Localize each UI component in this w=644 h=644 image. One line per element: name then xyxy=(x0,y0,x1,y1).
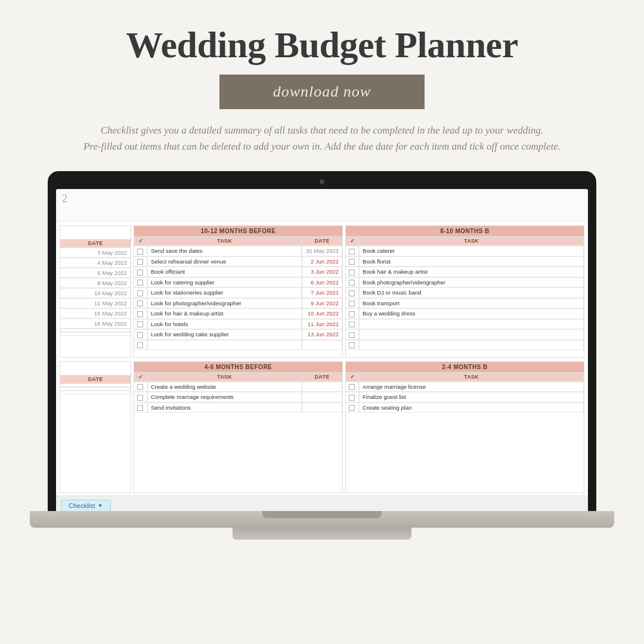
check-col-header-2: ✓ xyxy=(346,236,359,246)
check-col-header-4: ✓ xyxy=(346,372,359,382)
list-item: 4 May 2022 xyxy=(60,258,131,268)
list-item xyxy=(134,340,342,350)
list-item: Book DJ or music band xyxy=(346,287,584,298)
section-2-4-table: 2-4 MONTHS B ✓ TASK Arrange marriage lic… xyxy=(345,361,584,494)
list-item: 8 May 2022 xyxy=(60,278,131,288)
list-item: Book officiant3 Jun 2022 xyxy=(134,267,342,277)
list-item: Send invitations xyxy=(134,402,342,413)
tasks-4-6-rows: Create a wedding websiteComplete marriag… xyxy=(134,382,342,413)
laptop-screen-outer: 2 DATE 3 May 20224 May 20225 May 20228 M… xyxy=(48,171,596,511)
colheader-8-10: ✓ TASK xyxy=(346,236,584,246)
list-item: 11 May 2022 xyxy=(60,298,131,308)
top-section: DATE 3 May 20224 May 20225 May 20228 May… xyxy=(56,222,588,360)
laptop-base xyxy=(30,511,614,528)
task-col-header: TASK xyxy=(147,236,302,246)
task-col-header-3: TASK xyxy=(147,372,302,382)
list-item: Book florist xyxy=(346,256,584,267)
left-date-col-header-b: DATE xyxy=(60,375,131,383)
list-item: 15 May 2022 xyxy=(60,308,131,318)
colheader-10-12: ✓ TASK DATE xyxy=(134,236,342,246)
task-col-header-2: TASK xyxy=(359,236,584,246)
laptop-camera xyxy=(320,179,324,184)
bottom-section: DATE 4-6 MONTHS BEFORE xyxy=(56,360,588,512)
list-item: Look for stationeries supplier7 Jun 2022 xyxy=(134,287,342,298)
list-item: Buy a wedding dress xyxy=(346,308,584,318)
left-dates-bottom-rows xyxy=(60,383,131,394)
laptop-notch xyxy=(262,511,382,518)
section-10-12-header: 10-12 MONTHS BEFORE xyxy=(134,226,342,236)
tasks-10-12-rows: Send save the dates31 May 2022Select reh… xyxy=(134,246,342,350)
scribble-icon: 2 xyxy=(62,193,67,205)
left-colheader-top: DATE xyxy=(60,239,131,247)
list-item: Look for photographer/videographer9 Jun … xyxy=(134,298,342,308)
list-item xyxy=(346,319,584,329)
date-col-header: DATE xyxy=(302,236,342,246)
tab-dropdown-icon: ▼ xyxy=(98,503,103,509)
list-item: Book transport xyxy=(346,298,584,308)
tab-bar: Checklist ▼ xyxy=(56,496,588,511)
list-item: Select rehearsal dinner venue2 Jun 2022 xyxy=(134,256,342,267)
list-item: Book hair & makeup artist xyxy=(346,267,584,277)
check-col-header: ✓ xyxy=(134,236,147,246)
tab-label: Checklist xyxy=(69,502,95,509)
list-item: Look for hair & makeup artist10 Jun 2022 xyxy=(134,308,342,318)
laptop-screen-inner: 2 DATE 3 May 20224 May 20225 May 20228 M… xyxy=(56,189,588,511)
section-4-6-table: 4-6 MONTHS BEFORE ✓ TASK DATE Create a w… xyxy=(134,361,343,494)
list-item: Arrange marriage license xyxy=(346,382,584,392)
scribble-area: 2 xyxy=(56,189,588,222)
section-4-6-header: 4-6 MONTHS BEFORE xyxy=(134,362,342,372)
section-10-12-table: 10-12 MONTHS BEFORE ✓ TASK DATE Send sav… xyxy=(134,225,343,358)
tasks-8-10-rows: Book catererBook floristBook hair & make… xyxy=(346,246,584,350)
laptop-stand xyxy=(233,528,411,540)
left-colheader-bottom: DATE xyxy=(60,375,131,383)
date-col-header-3: DATE xyxy=(302,372,342,382)
list-item: Send save the dates31 May 2022 xyxy=(134,246,342,256)
check-col-header-3: ✓ xyxy=(134,372,147,382)
list-item: Create seating plan xyxy=(346,402,584,413)
list-item: Look for hotels11 Jun 2022 xyxy=(134,319,342,329)
spreadsheet: 2 DATE 3 May 20224 May 20225 May 20228 M… xyxy=(56,189,588,511)
list-item xyxy=(346,329,584,339)
checklist-tab[interactable]: Checklist ▼ xyxy=(61,500,111,511)
list-item: Book caterer xyxy=(346,246,584,256)
list-item xyxy=(60,332,131,336)
task-col-header-4: TASK xyxy=(359,372,584,382)
section-8-10-header: 8-10 MONTHS B xyxy=(346,226,584,236)
left-table-top: DATE 3 May 20224 May 20225 May 20228 May… xyxy=(60,225,131,358)
download-button[interactable]: download now xyxy=(219,75,425,109)
left-date-col-header: DATE xyxy=(60,239,131,247)
tasks-2-4-rows: Arrange marriage licenseFinalize guest l… xyxy=(346,382,584,413)
list-item xyxy=(346,340,584,350)
page-title: Wedding Budget Planner xyxy=(126,24,518,66)
left-table-bottom: DATE xyxy=(60,361,131,494)
colheader-4-6: ✓ TASK DATE xyxy=(134,372,342,382)
list-item: Finalize guest list xyxy=(346,392,584,402)
list-item: Look for wedding cake supplier13 Jun 202… xyxy=(134,329,342,339)
laptop-mockup: 2 DATE 3 May 20224 May 20225 May 20228 M… xyxy=(48,171,596,540)
list-item: 10 May 2022 xyxy=(60,288,131,298)
list-item: Create a wedding website xyxy=(134,382,342,392)
section-2-4-header: 2-4 MONTHS B xyxy=(346,362,584,372)
list-item: 5 May 2022 xyxy=(60,268,131,278)
list-item: Look for catering supplier6 Jun 2022 xyxy=(134,277,342,287)
list-item: Book photographer/videographer xyxy=(346,277,584,287)
list-item: Complete marriage requirements xyxy=(134,392,342,402)
colheader-2-4: ✓ TASK xyxy=(346,372,584,382)
list-item: 16 May 2022 xyxy=(60,318,131,329)
section-8-10-table: 8-10 MONTHS B ✓ TASK Book catererBook fl… xyxy=(345,225,584,358)
left-dates-block: 3 May 20224 May 20225 May 20228 May 2022… xyxy=(60,247,131,336)
list-item: 3 May 2022 xyxy=(60,247,131,258)
subtitle-text: Checklist gives you a detailed summary o… xyxy=(83,122,561,154)
